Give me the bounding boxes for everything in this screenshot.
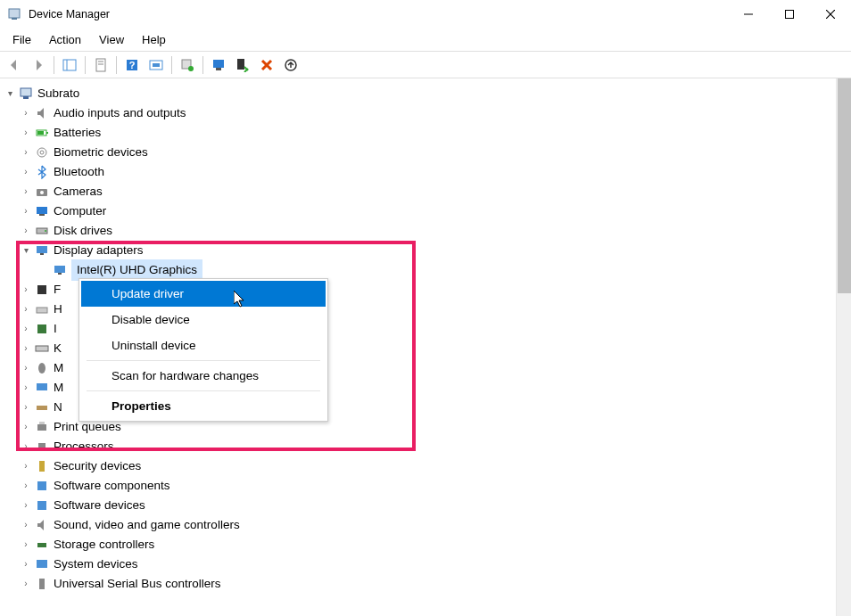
chevron-right-icon[interactable]: › [20, 127, 32, 139]
svg-point-44 [38, 363, 45, 374]
window-title: Device Manager [29, 8, 728, 21]
chevron-right-icon[interactable]: › [20, 283, 32, 296]
svg-point-28 [37, 148, 46, 157]
tree-item[interactable]: ›Cameras [2, 182, 851, 201]
menu-help[interactable]: Help [133, 30, 175, 49]
chevron-right-icon[interactable]: › [20, 205, 32, 218]
ctx-uninstall-device[interactable]: Uninstall device [81, 333, 326, 358]
svg-rect-32 [37, 207, 47, 214]
chevron-right-icon[interactable]: › [20, 166, 32, 178]
ctx-disable-device[interactable]: Disable device [81, 307, 326, 333]
computer-icon [34, 203, 50, 219]
tree-item[interactable]: ›Audio inputs and outputs [2, 103, 851, 123]
cpu-icon [34, 439, 50, 455]
chevron-right-icon[interactable]: › [20, 185, 32, 198]
menubar: File Action View Help [0, 29, 851, 52]
disable-device-button[interactable] [232, 54, 253, 76]
menu-action[interactable]: Action [40, 30, 90, 49]
scan-hardware-button[interactable] [145, 54, 167, 76]
vertical-scrollbar[interactable] [836, 78, 851, 616]
chevron-right-icon[interactable]: › [20, 460, 32, 472]
svg-rect-1 [12, 18, 17, 20]
tree-root-node[interactable]: ▾ Subrato [2, 84, 851, 103]
chevron-right-icon[interactable]: › [20, 342, 32, 355]
chevron-right-icon[interactable]: › [20, 558, 32, 571]
tree-item-label: H [54, 300, 62, 319]
back-button[interactable] [4, 54, 25, 76]
chevron-right-icon[interactable]: › [20, 225, 32, 237]
scrollbar-thumb[interactable] [838, 78, 851, 293]
chevron-right-icon[interactable]: › [20, 362, 32, 374]
ctx-update-driver[interactable]: Update driver [81, 281, 326, 307]
menu-file[interactable]: File [4, 30, 40, 49]
chevron-right-icon[interactable]: › [20, 421, 32, 433]
tree-item-label: Display adapters [54, 241, 144, 260]
update-driver-toolbar-button[interactable] [177, 54, 198, 76]
add-legacy-hardware-button[interactable] [280, 54, 302, 76]
tree-item[interactable]: ›Software devices [2, 496, 851, 515]
tree-item[interactable]: ›System devices [2, 554, 851, 574]
chevron-right-icon[interactable]: › [20, 323, 32, 335]
computer-icon [18, 86, 34, 102]
camera-icon [34, 184, 50, 200]
tree-item[interactable]: ›Batteries [2, 123, 851, 143]
chevron-right-icon[interactable]: › [20, 538, 32, 551]
show-hide-tree-button[interactable] [59, 54, 80, 76]
svg-point-35 [45, 230, 46, 232]
chevron-down-icon[interactable]: ▾ [20, 244, 32, 257]
toolbar-separator [202, 56, 203, 74]
chevron-right-icon[interactable]: › [20, 480, 32, 492]
tree-item[interactable]: ›Storage controllers [2, 535, 851, 554]
fingerprint-icon [34, 144, 50, 160]
tree-item[interactable]: ›Biometric devices [2, 143, 851, 162]
tree-item-label: Processors [54, 437, 114, 456]
tree-item[interactable]: ›Software components [2, 476, 851, 496]
chevron-right-icon[interactable]: › [20, 382, 32, 394]
titlebar: Device Manager [0, 0, 851, 29]
minimize-button[interactable] [728, 0, 769, 29]
chevron-right-icon[interactable]: › [20, 303, 32, 316]
tree-item-label: M [54, 358, 63, 378]
maximize-button[interactable] [769, 0, 810, 29]
chevron-right-icon[interactable]: › [20, 107, 32, 119]
tree-item[interactable]: ›Computer [2, 201, 851, 221]
ctx-properties[interactable]: Properties [81, 393, 326, 419]
tree-item-label: System devices [54, 554, 138, 574]
toolbar-separator [85, 56, 86, 74]
svg-rect-40 [37, 285, 46, 294]
tree-item-gpu[interactable]: Intel(R) UHD Graphics [2, 260, 851, 280]
tree-item[interactable]: ›Processors [2, 437, 851, 456]
forward-button[interactable] [28, 54, 49, 76]
tree-item[interactable]: ›Sound, video and game controllers [2, 515, 851, 535]
tree-item-label: Sound, video and game controllers [54, 515, 240, 535]
svg-rect-48 [39, 422, 45, 424]
tree-item[interactable]: ›Security devices [2, 456, 851, 476]
svg-point-31 [40, 191, 44, 194]
toolbar-separator [171, 56, 172, 74]
tree-item-display-adapters[interactable]: ▾Display adapters [2, 241, 851, 260]
tree-item-label: Audio inputs and outputs [54, 103, 186, 123]
chevron-right-icon[interactable]: › [20, 499, 32, 512]
close-button[interactable] [810, 0, 851, 29]
tree-item-label: Storage controllers [54, 535, 154, 554]
svg-point-16 [188, 66, 194, 71]
tree-item-label: F [54, 280, 61, 300]
chevron-down-icon[interactable]: ▾ [4, 87, 16, 100]
help-button[interactable]: ? [121, 54, 143, 76]
tree-item[interactable]: ›Bluetooth [2, 162, 851, 182]
tree-item[interactable]: ›Disk drives [2, 221, 851, 241]
sound-icon [34, 517, 50, 533]
ctx-scan-hardware[interactable]: Scan for hardware changes [81, 363, 326, 389]
menu-view[interactable]: View [90, 30, 133, 49]
chevron-right-icon[interactable]: › [20, 440, 32, 453]
uninstall-device-button[interactable] [256, 54, 277, 76]
enable-device-button[interactable] [208, 54, 229, 76]
chevron-right-icon[interactable]: › [20, 519, 32, 531]
chevron-right-icon[interactable]: › [20, 146, 32, 159]
svg-rect-47 [37, 424, 46, 431]
properties-button[interactable] [90, 54, 112, 76]
chevron-right-icon[interactable]: › [20, 578, 32, 590]
tree-item[interactable]: ›Universal Serial Bus controllers [2, 574, 851, 594]
chevron-right-icon[interactable]: › [20, 401, 32, 414]
svg-rect-54 [37, 560, 47, 568]
